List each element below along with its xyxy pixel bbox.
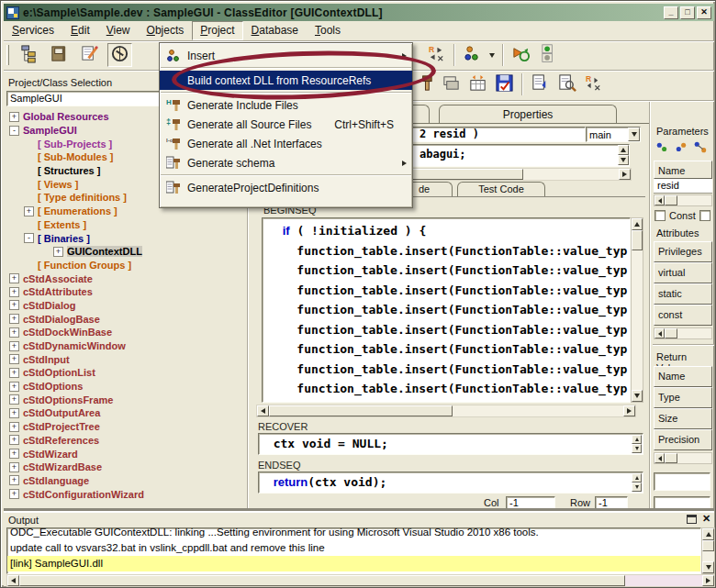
const-checkbox[interactable] [654,210,666,221]
recover-spinner[interactable] [632,435,642,453]
attribute-virtual[interactable]: virtual [654,262,712,283]
code-hscrollbar[interactable] [256,405,636,417]
doc-generate-button[interactable] [528,72,553,96]
tree-item-cstdassociate[interactable]: +cStdAssociate [6,272,244,285]
param-column-header[interactable]: Name [654,161,712,179]
return-value-size[interactable]: Size [654,408,712,429]
tree-item-cstdoptionlist[interactable]: +cStdOptionList [6,366,244,380]
menu-view[interactable]: View [98,21,139,40]
run-refresh-button[interactable] [509,43,533,67]
expand-icon[interactable]: + [9,341,19,351]
collapse-icon[interactable]: - [9,126,19,136]
declaration-spinner[interactable] [618,145,629,165]
menu-tools[interactable]: Tools [307,21,349,40]
dock-icon[interactable] [687,515,697,524]
expand-icon[interactable]: + [9,354,19,364]
expand-icon[interactable]: + [9,273,19,283]
const-checkbox-2[interactable] [699,210,710,221]
tree-item-cstdoptions[interactable]: +cStdOptions [6,380,244,394]
output-line-highlighted[interactable]: [link] SampleGUI.dll [7,556,700,571]
attribute-const[interactable]: const [654,305,712,326]
minimize-button[interactable]: _ [664,6,678,19]
expand-icon[interactable]: + [9,368,19,378]
menu-database[interactable]: Database [243,21,307,40]
tree-item-cstdoptionsframe[interactable]: +cStdOptionsFrame [6,393,244,406]
expand-icon[interactable]: + [9,382,19,392]
code-vscrollbar[interactable] [631,217,643,403]
expand-icon[interactable]: + [9,314,19,324]
attribute-privileges[interactable]: Privileges [654,241,712,262]
return-value-precision[interactable]: Precision [654,429,712,450]
tree-item-cstdlanguage[interactable]: +cStdlanguage [6,474,244,488]
expand-icon[interactable]: + [9,394,19,405]
menu-services[interactable]: Services [4,21,62,40]
hammer-button[interactable] [412,72,437,96]
tree-item-cstdreferences[interactable]: +cStdReferences [6,434,244,448]
recover-code-editor[interactable]: ctx void = NULL; [258,433,643,455]
menu-item-insert[interactable]: Insert [160,46,412,65]
return-value-field-1[interactable] [654,472,710,491]
menu-item-generateprojectdefinitions[interactable]: GenerateProjectDefinitions [160,178,412,197]
output-line[interactable]: update call to vsvars32.bat in vslink_cp… [7,540,700,556]
expand-icon[interactable]: + [9,112,19,122]
class-tree-button[interactable] [17,43,41,67]
layers-button[interactable] [439,72,464,96]
return-value-type[interactable]: Type [654,387,712,408]
output-log[interactable]: ODC_Executable GUIContextDLL: linking ..… [6,527,701,574]
expand-icon[interactable]: + [9,449,19,459]
save-button[interactable] [492,72,517,96]
tree-item-cstdconfigurationwizard[interactable]: +cStdConfigurationWizard [6,487,244,501]
tree-item-cstdinput[interactable]: +cStdInput [6,352,244,366]
tree-item-cstdwizardbase[interactable]: +cStdWizardBase [6,460,244,474]
endseq-spinner[interactable] [632,473,642,492]
expand-icon[interactable]: + [9,489,19,499]
tree-item-cstdoutputarea[interactable]: +cStdOutputArea [6,406,244,420]
menu-item-generate-all-source-files[interactable]: ‡Generate all Source FilesCtrl+Shift+S [160,115,412,134]
expand-icon[interactable]: + [53,247,63,257]
edit-document-button[interactable] [77,43,102,67]
import-grid-button[interactable] [465,72,490,96]
link-param-icon[interactable] [693,140,709,153]
return-value-hscrollbar[interactable] [654,452,712,464]
param-hscrollbar[interactable] [654,194,712,206]
expand-icon[interactable]: + [9,327,19,338]
expand-icon[interactable]: + [9,435,19,445]
resource-check-button[interactable]: R [581,72,606,96]
resource-refresh-button[interactable]: R [424,43,449,67]
book-button[interactable] [47,43,72,67]
attribute-static[interactable]: static [654,283,712,305]
endseq-code-editor[interactable]: return(ctx void); [258,472,643,494]
menu-item-generate-all-net-interfaces[interactable]: I-oGenerate all .Net Interfaces [160,134,412,153]
output-vscrollbar[interactable] [701,527,715,574]
output-hscrollbar[interactable] [6,574,715,587]
tree-item-cstdprojecttree[interactable]: +cStdProjectTree [6,420,244,434]
menu-objects[interactable]: Objects [139,21,193,40]
tree-item-binaries[interactable]: -[ Binaries ] [6,231,244,245]
tree-item-guicontextdll[interactable]: +GUIContextDLL [6,245,244,259]
output-line[interactable]: ODC_Executable GUIContextDLL: linking ..… [7,527,700,540]
collapse-icon[interactable]: - [24,233,34,243]
menu-edit[interactable]: Edit [62,21,98,40]
tree-item-cstdwizard[interactable]: +cStdWizard [6,447,244,460]
return-value-field-2[interactable] [654,496,710,511]
tree-item-cstddynamicwindow[interactable]: +cStdDynamicWindow [6,339,244,353]
tree-item-cstddialogbase[interactable]: +cStdDialogBase [6,312,244,326]
tab-properties[interactable]: Properties [439,105,617,123]
close-button[interactable]: ✕ [697,6,711,19]
tree-item-cstddialog[interactable]: +cStdDialog [6,299,244,313]
menu-item-generate-schema[interactable]: Generate schema [160,153,412,172]
insert-objects-button[interactable] [460,43,485,67]
expand-icon[interactable]: + [9,300,19,310]
expand-icon[interactable]: + [9,408,19,418]
expand-icon[interactable]: + [9,287,19,297]
add-param-icon[interactable] [654,140,670,153]
traffic-light-button[interactable] [535,43,560,67]
right-splitter[interactable] [649,102,651,511]
tree-item-extents[interactable]: [ Extents ] [6,218,244,232]
menu-item-build-context-dll-from-resourcerefs[interactable]: Build context DLL from ResourceRefs [160,71,412,90]
expand-icon[interactable]: + [24,206,34,216]
attributes-hscrollbar[interactable] [654,327,712,339]
output-close-icon[interactable]: ✕ [702,513,710,525]
title-bar[interactable]: e:\Sample\Sample.dev : SampleGUI - Class… [4,4,714,21]
dropdown-arrow-icon[interactable] [487,44,498,66]
